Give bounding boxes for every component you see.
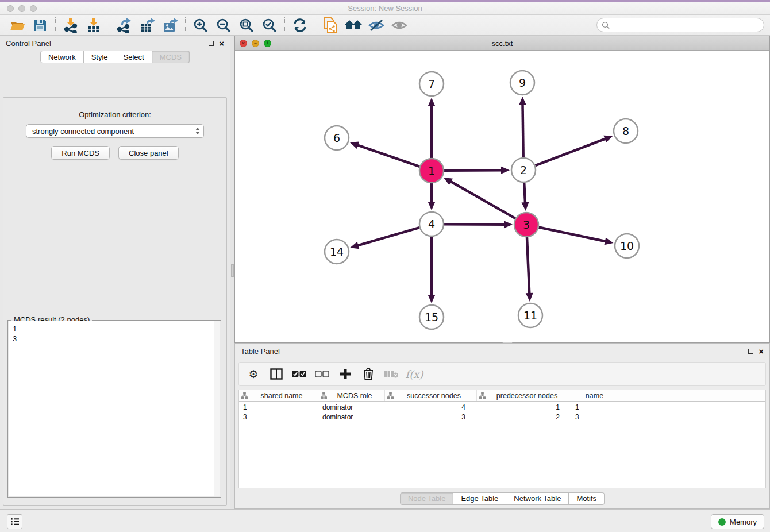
column-type-icon [241, 392, 248, 399]
column-layout-button[interactable] [269, 367, 284, 381]
add-column-button[interactable] [338, 367, 353, 381]
zoom-selected-button[interactable] [258, 16, 281, 34]
list-icon [10, 518, 20, 526]
column-header-0[interactable]: shared name [239, 390, 318, 401]
tab-network[interactable]: Network [40, 51, 84, 63]
zoom-out-button[interactable] [212, 16, 235, 34]
graph-edge[interactable] [536, 138, 607, 165]
table-row[interactable]: 1dominator411 [239, 402, 765, 412]
graph-edge-arrowhead [350, 242, 359, 249]
mcds-result-text[interactable]: 1 3 [9, 321, 220, 496]
save-session-button[interactable] [29, 16, 52, 34]
show-all-button[interactable] [388, 16, 411, 34]
table-cell[interactable]: 3 [571, 413, 618, 421]
function-builder-button[interactable]: f(x) [407, 367, 422, 381]
network-minimize-icon[interactable]: − [252, 40, 259, 47]
vertical-splitter[interactable] [230, 36, 234, 509]
table-cell[interactable]: 1 [477, 403, 571, 411]
graph-edge[interactable] [522, 103, 523, 157]
network-close-icon[interactable]: × [240, 40, 247, 47]
graph-edge[interactable] [444, 224, 506, 225]
select-all-columns-button[interactable] [292, 367, 307, 381]
mcds-result-groupbox: MCDS result (2 nodes) 1 3 [7, 320, 221, 498]
table-cell[interactable]: 3 [385, 413, 477, 421]
open-file-button[interactable] [6, 16, 29, 34]
column-header-1[interactable]: MCDS role [318, 390, 385, 401]
export-table-icon [140, 18, 155, 33]
task-history-button[interactable] [7, 514, 22, 529]
float-table-panel-icon[interactable] [748, 349, 753, 354]
export-table-button[interactable] [136, 16, 159, 34]
graph-edge[interactable] [444, 170, 503, 171]
splitter-grip[interactable] [231, 264, 234, 277]
search-input[interactable] [613, 21, 759, 29]
tab-network-table[interactable]: Network Table [506, 492, 569, 505]
delete-column-button[interactable] [361, 367, 376, 381]
export-image-button[interactable] [159, 16, 182, 34]
column-header-label: predecessor nodes [486, 392, 568, 400]
graph-node-label: 9 [519, 76, 526, 89]
criterion-dropdown[interactable]: strongly connected component [26, 124, 204, 138]
table-cell[interactable]: 4 [385, 403, 477, 411]
zoom-fit-button[interactable] [235, 16, 258, 34]
close-table-panel-icon[interactable]: × [759, 347, 764, 356]
import-network-button[interactable] [59, 16, 82, 34]
column-header-4[interactable]: name [571, 390, 618, 401]
deselect-all-columns-button[interactable] [315, 367, 330, 381]
control-panel-header: Control Panel × [0, 36, 230, 51]
search-icon [602, 21, 610, 29]
tab-mcds[interactable]: MCDS [152, 51, 190, 63]
deselect-all-icon [315, 370, 330, 378]
graph-edge[interactable] [356, 145, 419, 167]
hide-selected-button[interactable] [365, 16, 388, 34]
zoom-in-button[interactable] [189, 16, 212, 34]
duplicate-network-button[interactable] [319, 16, 342, 34]
graph-edge[interactable] [539, 228, 607, 242]
node-table: shared nameMCDS rolesuccessor nodesprede… [238, 390, 766, 496]
search-field[interactable] [596, 18, 764, 32]
graph-edge[interactable] [357, 228, 419, 246]
first-neighbors-button[interactable] [342, 16, 365, 34]
delete-table-button[interactable] [384, 367, 399, 381]
table-panel-header: Table Panel × [235, 344, 769, 358]
graph-edge[interactable] [449, 181, 515, 218]
table-header-row: shared nameMCDS rolesuccessor nodesprede… [239, 390, 765, 402]
close-panel-icon[interactable]: × [219, 39, 224, 48]
import-table-button[interactable] [82, 16, 105, 34]
table-cell[interactable]: 3 [239, 413, 318, 421]
import-network-icon [63, 18, 78, 33]
network-canvas[interactable]: 7968124314101511 [235, 51, 769, 342]
table-cell[interactable]: dominator [318, 413, 385, 421]
graph-edge[interactable] [524, 183, 525, 204]
tab-select[interactable]: Select [116, 51, 152, 63]
plus-icon [340, 368, 351, 380]
graph-edge[interactable] [527, 237, 529, 295]
graph-node-label: 4 [428, 218, 435, 230]
refresh-layout-button[interactable] [288, 16, 311, 34]
run-mcds-button[interactable]: Run MCDS [51, 146, 110, 160]
network-zoom-icon[interactable]: + [264, 40, 271, 47]
close-panel-button[interactable]: Close panel [118, 146, 179, 160]
float-panel-icon[interactable] [209, 41, 214, 46]
memory-button[interactable]: Memory [711, 514, 764, 529]
network-titlebar[interactable]: × − + scc.txt [235, 36, 769, 51]
column-header-3[interactable]: predecessor nodes [477, 390, 571, 401]
table-settings-button[interactable]: ⚙ [246, 367, 261, 381]
tab-edge-table[interactable]: Edge Table [453, 492, 506, 505]
select-all-icon [292, 370, 307, 378]
table-cell[interactable]: 1 [571, 403, 618, 411]
tab-style[interactable]: Style [84, 51, 116, 63]
export-network-button[interactable] [113, 16, 136, 34]
table-row[interactable]: 3dominator323 [239, 412, 765, 422]
table-cell[interactable]: dominator [318, 403, 385, 411]
column-header-2[interactable]: successor nodes [385, 390, 477, 401]
table-cell[interactable]: 1 [239, 403, 318, 411]
graph-node-label: 8 [622, 125, 629, 137]
graph-node-label: 7 [428, 78, 435, 90]
table-cell[interactable]: 2 [477, 413, 571, 421]
eye-icon [391, 19, 407, 32]
tab-motifs[interactable]: Motifs [569, 492, 605, 505]
tab-node-table[interactable]: Node Table [400, 492, 454, 505]
result-scrollbar[interactable] [214, 321, 220, 496]
table-tab-bar: Node Table Edge Table Network Table Moti… [235, 488, 769, 508]
